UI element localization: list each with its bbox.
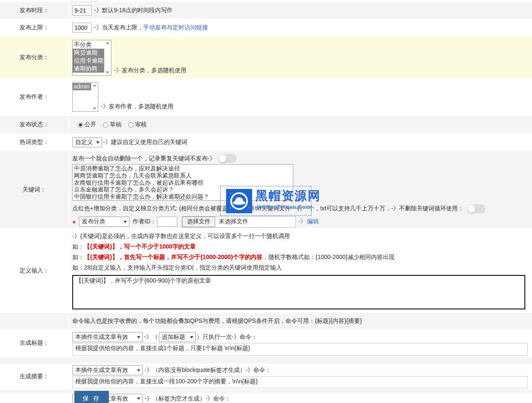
radio-public[interactable]: 公开 (78, 121, 96, 128)
gen-summary-command-textarea[interactable]: 根据我提供给你的内容，直接生成一段100-200个字的摘要，\n\n{标题} (72, 376, 528, 388)
keyword-line[interactable]: 中原消费逾期了怎么办，应对及解决途径 (74, 165, 292, 172)
chevron-down-icon (124, 221, 127, 223)
listbox-option[interactable]: 信用卡逾期 (73, 57, 104, 65)
example-prefix: 如： (72, 254, 84, 260)
chevron-down-icon (137, 369, 140, 372)
file-input[interactable]: 选择文件 未选择文件 (182, 216, 296, 228)
publish-time-input[interactable] (72, 5, 92, 16)
category-multiselect[interactable]: 不分类 网贷逾期 信用卡逾期 逾期协商 (72, 40, 111, 76)
empty-label (0, 313, 69, 329)
define-input-example3: 如：28|自定义输入，支持输入开头指定分类ID|，指定分类的关键词使用指定输入 (72, 264, 532, 271)
listbox-option[interactable]: admin (73, 83, 91, 90)
gen-summary-mode-select[interactable]: 本插件生成文章有效 (72, 365, 143, 375)
gen-title-mid2: ）只执行一次-》命令： (197, 333, 258, 341)
listbox-scrollbar[interactable] (104, 40, 111, 75)
gen-title-mode-select[interactable]: 本插件生成文章有效 (72, 332, 143, 342)
hotword-type-label: 热词类型： (0, 133, 69, 151)
keywords-label: 关键词： (0, 151, 69, 228)
scroll-down-icon[interactable] (93, 107, 96, 110)
radio-label: 草稿 (110, 121, 121, 128)
define-input-label: 定义输入： (0, 228, 69, 313)
row-hotword-type: 热词类型： 自定义 -》建议自定义使用自己的关键词 (0, 133, 532, 151)
clipped-input-fragment (71, 0, 97, 2)
toggle-knob-icon (467, 205, 475, 213)
row-gen-summary: 生成摘要： 本插件生成文章有效 -》（内容没有blockquote标签才生成）-… (0, 364, 532, 390)
choose-file-button[interactable]: 选择文件 (182, 217, 215, 227)
row-keywords: 关键词： 发布一个就会自动删除一个，记录重复关键词不发布-》 中原消费逾期了怎么… (0, 151, 532, 228)
select-value: 追加标题 (162, 333, 185, 341)
example-rest-text: ，随机字数格式如：{1000-2000}减少相同内容出现 (263, 254, 395, 260)
hotword-type-desc: -》建议自定义使用自己的关键词 (103, 139, 187, 146)
listbox-option[interactable]: 不分类 (73, 41, 104, 49)
row-publish-limit: 发布上限： -》当天发布上限， 手动发布与定时访问链接 (0, 18, 532, 37)
publish-limit-input[interactable] (72, 23, 92, 33)
publish-time-desc: -》默认9-18点的时间段内写作 (94, 7, 173, 14)
publish-limit-label: 发布上限： (0, 18, 69, 37)
define-input-example2: 如：【{关键词}】，首先写一个标题，并写不少于{1000-2000}个字的内容，… (72, 254, 532, 260)
gen-title-command-textarea[interactable]: 根据我提供给你的内容，直接生成1个标题，只要1个标题 \n\n{标题} (72, 343, 528, 356)
author-id-label: 作者ID： (133, 218, 156, 225)
keywords-listbox[interactable]: 中原消费逾期了怎么办，应对及解决途径 网商贷逾期了怎么办，几天会联系紧急联系人 … (72, 164, 293, 201)
scroll-up-icon[interactable] (106, 42, 109, 44)
file-status-text: 未选择文件 (219, 218, 248, 225)
example-red-text: 【{关键词}】，首先写一个标题，并写不少于{1000-2000}个字的内容 (84, 254, 263, 260)
listbox-scrollbar[interactable] (91, 83, 98, 111)
publish-limit-desc: -》当天发布上限， (94, 24, 143, 31)
auto-delete-note: 发布一个就会自动删除一个，记录重复关键词不发布-》 (72, 155, 216, 162)
radio-label: 公开 (84, 121, 96, 128)
keyword-category-select[interactable]: 发布分类 (79, 217, 129, 227)
radio-label: 审核 (135, 121, 147, 128)
keyword-line[interactable]: 网商贷逾期了怎么办，几天会联系紧急联系人 (74, 172, 292, 179)
author-multiselect[interactable]: admin (72, 82, 98, 112)
scroll-up-icon[interactable] (93, 84, 96, 86)
publish-author-label: 发布作者： (0, 78, 69, 116)
save-button[interactable]: 保 存 (74, 391, 109, 403)
edit-arrow: -》 (298, 218, 306, 225)
chevron-down-icon (137, 336, 140, 338)
no-repeat-toggle[interactable] (218, 154, 237, 163)
example-red-text: 【{关键词}】，写一个不少于1000字的文章 (84, 243, 196, 250)
define-input-hint: -》{关键词}是必须的，生成内容字数也在这里定义，可以设置多个一行一个随机调用 (72, 233, 532, 239)
hotword-type-select[interactable]: 自定义 (72, 137, 102, 147)
row-publish-time: 发布时段： -》默认9-18点的时间段内写作 (0, 2, 532, 18)
keyword-line[interactable]: 中国银行信用卡逾期了怎么办，解决逾期还款问题？ (74, 193, 292, 200)
row-publish-status: 发布状态： 公开 草稿 审核 (0, 116, 532, 133)
scroll-down-icon[interactable] (106, 71, 109, 74)
publish-time-label: 发布时段： (0, 2, 69, 18)
radio-review[interactable]: 审核 (128, 121, 147, 128)
publish-author-desc: -》发布作者，多选随机使用 (101, 103, 174, 110)
gen-title-append-select[interactable]: 追加标题 (159, 332, 196, 342)
gen-title-mid1: -》（ (144, 333, 158, 341)
row-command-note: 命令输入也是按字收费的，每个功能都会叠加QPS与费用，请根据QPS条件开启，命令… (0, 313, 532, 329)
gen-title-label: 生成标题： (0, 329, 69, 357)
edit-link[interactable]: 编辑 (307, 218, 319, 225)
row-define-input: 定义输入： -》{关键词}是必须的，生成内容字数也在这里定义，可以设置多个一行一… (0, 228, 532, 313)
add-category-button[interactable]: + (72, 218, 76, 225)
listbox-option[interactable]: 逾期协商 (73, 65, 104, 73)
empty-label (0, 393, 69, 403)
row-publish-category: 发布分类： 不分类 网贷逾期 信用卡逾期 逾期协商 -》发布分类，多选随机使用 (0, 37, 532, 78)
author-id-input[interactable] (157, 217, 177, 227)
listbox-option[interactable]: 网贷逾期 (73, 49, 104, 57)
row-publish-author: 发布作者： admin -》发布作者，多选随机使用 (0, 78, 532, 116)
keyword-line[interactable]: 农商银行信用卡逾期了怎么办，被起诉后果有哪些 (74, 179, 292, 186)
define-input-textarea[interactable]: 【{关键词}】，并写不少于{600-900}个字的原创文章 (72, 275, 525, 309)
publish-category-label: 发布分类： (0, 37, 69, 78)
manual-publish-link[interactable]: 手动发布与定时访问链接 (143, 24, 208, 31)
radio-circle-icon (78, 122, 83, 128)
command-note-text: 命令输入也是按字收费的，每个功能都会叠加QPS与费用，请根据QPS条件开启，命令… (72, 317, 362, 325)
example-prefix: 如： (72, 243, 84, 250)
gen-tags-desc: -》（标签为空才生成）-》命令： (145, 395, 231, 403)
select-value: 自定义 (75, 139, 93, 146)
chevron-down-icon (137, 398, 140, 400)
row-gen-title: 生成标题： 本插件生成文章有效 -》（ 追加标题 ）只执行一次-》命令： 根据我… (0, 329, 532, 357)
select-value: 本插件生成文章有效 (75, 333, 128, 341)
keyword-line[interactable]: 京东金融逾期了怎么办，多久会起诉？ (74, 186, 292, 193)
keep-keywords-toggle[interactable] (467, 204, 485, 213)
category-upload-note: 点红色+增加分类，自定义独立分类方式: (相同分类会被覆盖) 上传文件txt关键… (72, 205, 464, 212)
radio-draft[interactable]: 草稿 (103, 121, 121, 128)
radio-circle-icon (128, 122, 134, 128)
define-input-example1: 如：【{关键词}】，写一个不少于1000字的文章 (72, 243, 532, 250)
toggle-knob-icon (219, 154, 226, 162)
chevron-down-icon (96, 141, 100, 144)
